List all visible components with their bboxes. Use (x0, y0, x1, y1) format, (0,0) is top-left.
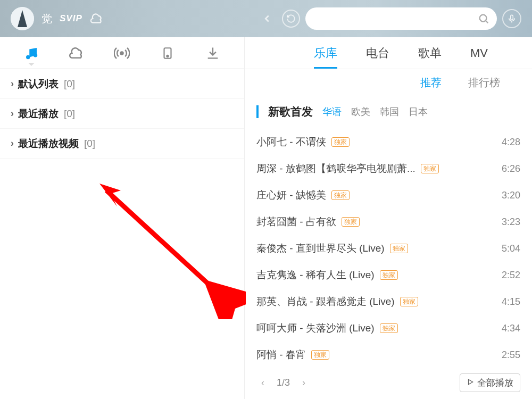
song-duration: 5:04 (502, 243, 520, 254)
playlist-title: 最近播放 (18, 107, 59, 121)
search-icon[interactable] (478, 13, 489, 24)
sidebar-tab-download[interactable] (202, 43, 223, 64)
song-row[interactable]: 周深 - 放鹤图【鹤唳华亭电视剧萧...独家6:26 (256, 155, 520, 182)
subtab-recommend[interactable]: 推荐 (420, 76, 442, 90)
playlist-recent[interactable]: › 最近播放 [0] (0, 99, 244, 129)
sidebar: › 默认列表 [0] › 最近播放 [0] › 最近播放视频 [0] (0, 37, 245, 399)
tab-library[interactable]: 乐库 (314, 37, 337, 69)
song-row[interactable]: 秦俊杰 - 直到世界尽头 (Live)独家5:04 (256, 235, 520, 262)
topbar: 觉 SVIP (0, 0, 532, 37)
new-songs-section: 新歌首发 华语 欧美 韩国 日本 小阿七 - 不谓侠独家4:28周深 - 放鹤图… (245, 96, 532, 397)
song-title: 封茗囧菌 - 占有欲 (256, 215, 336, 229)
song-title: 庄心妍 - 缺憾美 (256, 188, 326, 202)
svg-rect-3 (511, 15, 513, 20)
song-duration: 4:28 (502, 137, 520, 148)
lang-tab-korean[interactable]: 韩国 (380, 105, 399, 118)
sidebar-tab-radio[interactable] (111, 43, 132, 64)
song-title: 小阿七 - 不谓侠 (256, 135, 326, 149)
sub-tab-bar: 推荐 排行榜 (245, 69, 532, 96)
exclusive-badge: 独家 (400, 297, 418, 306)
exclusive-badge: 独家 (311, 350, 329, 360)
sidebar-tab-music[interactable] (21, 43, 42, 64)
play-icon (467, 378, 474, 388)
search-bar[interactable] (305, 7, 497, 30)
refresh-button[interactable] (282, 10, 300, 28)
svg-point-7 (121, 52, 123, 54)
lang-tab-chinese[interactable]: 华语 (322, 105, 342, 118)
song-row[interactable]: 那英、肖战 - 跟着感觉走 (Live)独家4:15 (256, 288, 520, 315)
chevron-right-icon: › (11, 138, 14, 149)
svg-line-10 (106, 190, 235, 309)
annotation-arrow-icon (97, 181, 246, 319)
song-title: 阿悄 - 春宵 (256, 348, 306, 362)
svip-badge: SVIP (60, 13, 82, 24)
exclusive-badge: 独家 (331, 137, 350, 147)
song-duration: 3:23 (502, 217, 520, 228)
svg-point-5 (26, 55, 30, 59)
pager-next-button[interactable]: › (297, 377, 310, 389)
search-input[interactable] (313, 14, 473, 23)
exclusive-badge: 独家 (380, 270, 398, 280)
song-duration: 6:26 (502, 163, 520, 174)
section-title: 新歌首发 (268, 104, 313, 119)
sidebar-tab-device[interactable] (157, 43, 178, 64)
song-title: 吉克隽逸 - 稀有人生 (Live) (256, 268, 375, 282)
song-title: 呵呵大师 - 失落沙洲 (Live) (256, 321, 375, 335)
play-all-label: 全部播放 (477, 377, 513, 389)
pager-prev-button[interactable]: ‹ (256, 377, 269, 389)
playlist-recent-video[interactable]: › 最近播放视频 [0] (0, 129, 244, 159)
exclusive-badge: 独家 (331, 190, 350, 200)
playlist-count: [0] (64, 78, 75, 90)
song-row[interactable]: 吉克隽逸 - 稀有人生 (Live)独家2:52 (256, 262, 520, 288)
playlist-title: 最近播放视频 (18, 137, 79, 151)
pager: ‹ 1/3 › 全部播放 (256, 368, 520, 397)
lang-tab-western[interactable]: 欧美 (351, 105, 370, 118)
song-duration: 4:34 (502, 323, 520, 334)
exclusive-badge: 独家 (421, 164, 439, 173)
svg-point-1 (480, 15, 487, 22)
svg-line-2 (486, 21, 488, 23)
playlist-count: [0] (84, 138, 95, 149)
section-header: 新歌首发 华语 欧美 韩国 日本 (256, 104, 520, 119)
voice-search-button[interactable] (502, 9, 521, 28)
playlist-title: 默认列表 (18, 77, 59, 91)
song-list: 小阿七 - 不谓侠独家4:28周深 - 放鹤图【鹤唳华亭电视剧萧...独家6:2… (256, 129, 520, 368)
play-all-button[interactable]: 全部播放 (460, 373, 520, 392)
exclusive-badge: 独家 (390, 244, 408, 253)
subtab-ranking[interactable]: 排行榜 (468, 76, 500, 90)
nav-back-button[interactable] (257, 9, 277, 28)
tab-mv[interactable]: MV (470, 37, 488, 69)
exclusive-badge: 独家 (380, 323, 398, 333)
svg-point-9 (167, 55, 168, 56)
tab-radio[interactable]: 电台 (366, 37, 389, 69)
avatar[interactable] (11, 7, 34, 30)
chevron-right-icon: › (11, 108, 14, 119)
song-row[interactable]: 庄心妍 - 缺憾美独家3:20 (256, 182, 520, 209)
song-row[interactable]: 小阿七 - 不谓侠独家4:28 (256, 129, 520, 155)
song-title: 周深 - 放鹤图【鹤唳华亭电视剧萧... (256, 162, 415, 176)
pager-page-text: 1/3 (277, 377, 290, 388)
song-row[interactable]: 封茗囧菌 - 占有欲独家3:23 (256, 209, 520, 235)
song-duration: 2:52 (502, 270, 520, 281)
sidebar-tab-cloud[interactable] (66, 43, 87, 64)
main-panel: 乐库 电台 歌单 MV 推荐 排行榜 新歌首发 华语 欧美 韩国 日本 小阿七 … (245, 37, 532, 399)
song-title: 秦俊杰 - 直到世界尽头 (Live) (256, 242, 385, 255)
song-title: 那英、肖战 - 跟着感觉走 (Live) (256, 295, 395, 309)
username[interactable]: 觉 (41, 12, 52, 26)
lang-tab-japanese[interactable]: 日本 (409, 105, 428, 118)
tab-playlist[interactable]: 歌单 (418, 37, 442, 69)
playlist-default[interactable]: › 默认列表 [0] (0, 69, 244, 99)
song-row[interactable]: 阿悄 - 春宵独家2:55 (256, 342, 520, 368)
exclusive-badge: 独家 (342, 217, 360, 227)
sidebar-tab-bar (0, 37, 244, 69)
song-row[interactable]: 呵呵大师 - 失落沙洲 (Live)独家4:34 (256, 315, 520, 342)
cloud-sync-icon[interactable] (90, 12, 104, 26)
playlist-count: [0] (64, 108, 75, 120)
song-duration: 2:55 (502, 350, 520, 361)
chevron-right-icon: › (11, 78, 14, 89)
song-duration: 4:15 (502, 296, 520, 307)
main-tab-bar: 乐库 电台 歌单 MV (245, 37, 532, 69)
svg-point-6 (33, 53, 37, 57)
svg-marker-11 (469, 379, 473, 384)
song-duration: 3:20 (502, 190, 520, 201)
